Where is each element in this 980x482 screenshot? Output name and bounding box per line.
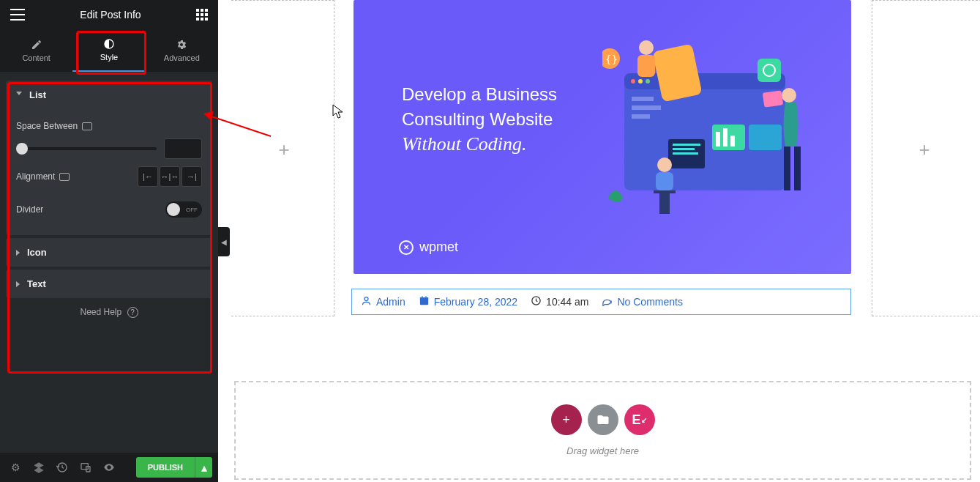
post-info-time: 10:44 am (531, 295, 588, 308)
svg-point-7 (638, 79, 643, 84)
svg-rect-19 (673, 148, 695, 150)
post-info-author: Admin (361, 295, 405, 308)
space-between-label: Space Between (16, 121, 78, 131)
hero-line1: Develop a Business (402, 82, 557, 107)
preview-icon[interactable] (100, 458, 119, 477)
post-info-widget[interactable]: Admin February 28, 2022 10:44 am No Comm… (351, 289, 851, 315)
space-between-slider-row (16, 138, 202, 159)
section-list-header[interactable]: List (6, 81, 212, 109)
menu-icon[interactable] (10, 9, 25, 21)
section-title: List (29, 89, 46, 100)
responsive-icon[interactable] (82, 122, 92, 130)
responsive-icon[interactable] (59, 173, 70, 181)
history-icon[interactable] (53, 458, 72, 477)
divider-row: Divider OFF (16, 194, 202, 225)
svg-rect-35 (763, 90, 784, 107)
alignment-label: Alignment (16, 171, 55, 182)
elementskit-button[interactable]: E↙ (624, 404, 655, 435)
alignment-buttons: |← ↔|↔ →| (138, 166, 202, 187)
tab-content[interactable]: Content (0, 29, 72, 72)
hero-text: Develop a Business Consulting Website Wi… (402, 82, 557, 158)
post-info-date: February 28, 2022 (419, 295, 517, 308)
svg-rect-34 (794, 147, 801, 190)
sidebar-footer: ⚙ PUBLISH ▴ (0, 453, 218, 482)
space-between-row: Space Between (16, 114, 202, 138)
svg-point-28 (657, 157, 672, 172)
gear-icon (176, 39, 187, 51)
svg-rect-39 (422, 296, 422, 298)
tab-advanced[interactable]: Advanced (146, 29, 218, 72)
svg-point-26 (639, 40, 654, 55)
svg-rect-33 (784, 147, 790, 190)
tab-label: Style (100, 53, 118, 62)
tab-style[interactable]: Style (72, 29, 145, 72)
publish-button[interactable]: PUBLISH (136, 457, 195, 478)
post-info-comments: No Comments (602, 295, 682, 308)
date-link[interactable]: February 28, 2022 (434, 296, 517, 308)
pencil-icon (31, 39, 42, 51)
clock-icon (531, 295, 542, 308)
brand-badge: ✕ wpmet (399, 240, 458, 255)
brand-name: wpmet (419, 240, 458, 255)
cursor-icon (332, 104, 344, 122)
featured-image: Develop a Business Consulting Website Wi… (354, 0, 851, 274)
svg-rect-29 (656, 172, 673, 190)
add-widget-right[interactable]: + (916, 141, 933, 158)
template-library-button[interactable] (588, 404, 618, 435)
space-between-slider[interactable] (16, 147, 157, 150)
section-actions: + E↙ (551, 404, 655, 435)
comments-link[interactable]: No Comments (617, 296, 682, 308)
toggle-thumb (167, 203, 180, 216)
sidebar-header: Edit Post Info (0, 0, 218, 29)
add-widget-left[interactable]: + (275, 141, 293, 158)
tab-label: Content (22, 53, 51, 62)
hero-line2: Consulting Website (402, 107, 557, 132)
contrast-icon (103, 38, 115, 50)
drop-area[interactable]: + E↙ Drag widget here (234, 381, 971, 480)
space-between-input[interactable] (164, 138, 202, 159)
responsive-mode-icon[interactable] (76, 458, 95, 477)
align-left-button[interactable]: |← (138, 166, 158, 187)
alignment-row: Alignment |← ↔|↔ →| (16, 159, 202, 194)
divider-toggle[interactable]: OFF (165, 201, 202, 218)
svg-rect-14 (723, 128, 727, 147)
section-title: Icon (27, 247, 47, 258)
section-list-body: Space Between Alignment (6, 109, 212, 235)
align-center-button[interactable]: ↔|↔ (160, 166, 180, 187)
svg-rect-9 (632, 97, 654, 101)
help-row[interactable]: Need Help ? (0, 298, 218, 327)
chevron-down-icon (16, 92, 22, 98)
tab-label: Advanced (164, 53, 200, 62)
editor-canvas: + Develop a Business Consulting Website … (231, 0, 980, 482)
editor-sidebar: Edit Post Info Content Style Advanced Li… (0, 0, 218, 482)
tabs: Content Style Advanced (0, 29, 218, 72)
collapse-sidebar-button[interactable]: ◀ (218, 227, 230, 256)
svg-rect-27 (637, 55, 655, 77)
drag-hint: Drag widget here (566, 445, 639, 456)
user-icon (361, 295, 372, 308)
apps-icon[interactable] (196, 9, 208, 21)
svg-rect-15 (730, 136, 735, 147)
publish-options-button[interactable]: ▴ (195, 457, 212, 478)
section-text: Text (6, 270, 212, 298)
section-title: Text (27, 278, 46, 289)
add-section-button[interactable]: + (551, 404, 582, 435)
section-icon-header[interactable]: Icon (6, 238, 212, 267)
author-link[interactable]: Admin (376, 296, 405, 308)
svg-rect-31 (659, 193, 670, 214)
svg-point-6 (631, 79, 635, 84)
svg-rect-16 (749, 125, 782, 150)
navigator-icon[interactable] (29, 458, 48, 477)
settings-icon[interactable]: ⚙ (6, 458, 25, 477)
section-icon: Icon (6, 238, 212, 267)
slider-thumb[interactable] (16, 143, 28, 155)
svg-rect-13 (716, 132, 720, 147)
svg-point-8 (646, 79, 650, 84)
svg-rect-38 (420, 297, 428, 300)
section-text-header[interactable]: Text (6, 270, 212, 298)
svg-point-36 (364, 297, 368, 301)
svg-rect-40 (425, 296, 426, 298)
section-list: List Space Between Alignm (6, 81, 212, 235)
svg-rect-30 (654, 190, 676, 193)
align-right-button[interactable]: →| (182, 166, 202, 187)
